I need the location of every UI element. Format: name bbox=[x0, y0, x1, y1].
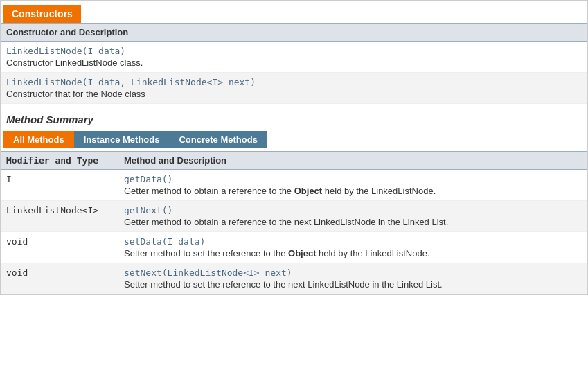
method-desc-getNext: Getter method to obtain a reference to t… bbox=[124, 217, 582, 227]
methods-col-header-method: Method and Description bbox=[118, 152, 587, 170]
tab-instance-methods[interactable]: Instance Methods bbox=[74, 131, 170, 148]
method-row-setData: void setData(I data) Setter method to se… bbox=[1, 232, 587, 263]
method-type-getNext: LinkedListNode<I> bbox=[1, 201, 118, 232]
method-sig-setNext[interactable]: setNext(LinkedListNode<I> next) bbox=[124, 267, 582, 278]
method-summary-title: Method Summary bbox=[1, 104, 587, 131]
constructors-tab-button[interactable]: Constructors bbox=[3, 5, 81, 23]
method-tabs: All Methods Instance Methods Concrete Me… bbox=[3, 131, 587, 148]
method-row-getNext: LinkedListNode<I> getNext() Getter metho… bbox=[1, 201, 587, 232]
method-row-setNext: void setNext(LinkedListNode<I> next) Set… bbox=[1, 263, 587, 294]
method-desc-setData: Setter method to set the reference to th… bbox=[124, 248, 582, 258]
method-detail-setData: setData(I data) Setter method to set the… bbox=[118, 232, 587, 263]
tab-all-methods[interactable]: All Methods bbox=[3, 131, 74, 148]
tab-concrete-methods[interactable]: Concrete Methods bbox=[169, 131, 267, 148]
method-type-getData: I bbox=[1, 170, 118, 201]
method-sig-getData[interactable]: getData() bbox=[124, 174, 582, 184]
method-detail-getData: getData() Getter method to obtain a refe… bbox=[118, 170, 587, 201]
constructor-row-2: LinkedListNode(I data, LinkedListNode<I>… bbox=[1, 73, 587, 104]
constructor-sig-2[interactable]: LinkedListNode(I data, LinkedListNode<I>… bbox=[6, 77, 582, 87]
constructor-sig-1[interactable]: LinkedListNode(I data) bbox=[6, 46, 582, 56]
constructor-row-1: LinkedListNode(I data) Constructor Linke… bbox=[1, 42, 587, 73]
method-row-getData: I getData() Getter method to obtain a re… bbox=[1, 170, 587, 201]
method-detail-getNext: getNext() Getter method to obtain a refe… bbox=[118, 201, 587, 232]
method-detail-setNext: setNext(LinkedListNode<I> next) Setter m… bbox=[118, 263, 587, 294]
methods-col-header-type: Modifier and Type bbox=[1, 152, 118, 170]
methods-table: Modifier and Type Method and Description… bbox=[1, 151, 587, 294]
method-sig-setData[interactable]: setData(I data) bbox=[124, 236, 582, 247]
method-sig-getNext[interactable]: getNext() bbox=[124, 205, 582, 215]
page-wrapper: Constructors Constructor and Description… bbox=[0, 0, 588, 295]
constructor-desc-2: Constructor that for the Node class bbox=[6, 89, 582, 99]
method-type-setData: void bbox=[1, 232, 118, 263]
constructor-desc-1: Constructor LinkedListNode class. bbox=[6, 58, 582, 68]
method-desc-getData: Getter method to obtain a reference to t… bbox=[124, 186, 582, 196]
method-desc-setNext: Setter method to set the reference to th… bbox=[124, 279, 582, 290]
method-type-setNext: void bbox=[1, 263, 118, 294]
constructors-table-header: Constructor and Description bbox=[1, 23, 587, 42]
